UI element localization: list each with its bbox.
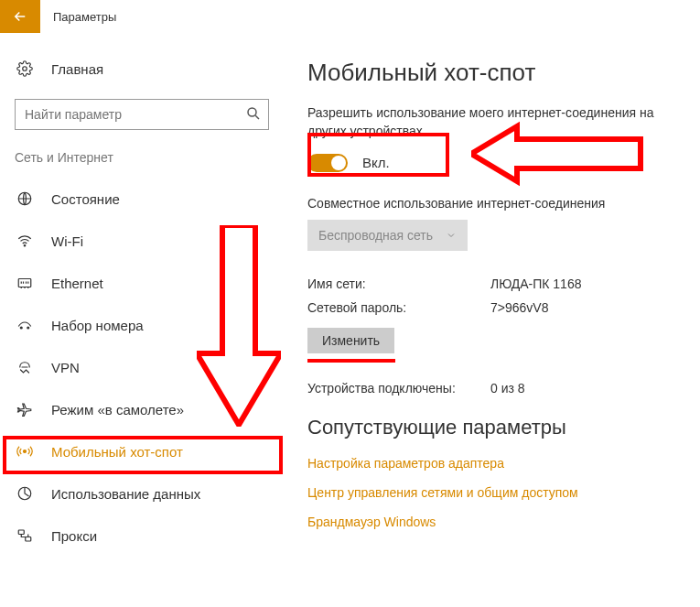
hotspot-toggle[interactable] [307,154,348,172]
proxy-icon [15,527,35,544]
data-usage-icon [15,485,35,502]
link-firewall[interactable]: Брандмауэр Windows [307,515,691,529]
dropdown-value: Беспроводная сеть [318,228,433,243]
link-network-center[interactable]: Центр управления сетями и общим доступом [307,485,691,500]
password-label: Сетевой пароль: [307,300,490,315]
svg-point-7 [24,450,27,453]
hotspot-desc: Разрешить использование моего интернет-с… [307,103,655,141]
search-icon [245,105,262,122]
sidebar-item-label: Режим «в самолете» [51,402,184,417]
sidebar-item-label: Использование данных [51,486,200,502]
toggle-knob [331,156,346,170]
svg-rect-4 [18,279,31,287]
annotation-underline [307,359,395,363]
svg-point-6 [27,327,29,329]
wifi-icon [15,233,35,249]
sidebar-item-airplane[interactable]: Режим «в самолете» [15,388,284,430]
password-value: 7>966vV8 [490,300,548,315]
sidebar-item-label: Ethernet [51,276,103,291]
devices-label: Устройства подключены: [307,381,490,396]
share-label: Совместное использование интернет-соедин… [307,196,691,211]
svg-rect-10 [26,537,31,542]
sidebar-item-vpn[interactable]: VPN [15,346,284,388]
svg-point-1 [248,108,256,116]
sidebar-item-label: Состояние [51,191,120,207]
edit-button[interactable]: Изменить [307,328,394,353]
ethernet-icon [15,275,35,291]
sidebar-home-label: Главная [51,61,103,77]
back-button[interactable] [0,0,40,33]
svg-point-3 [24,245,26,247]
airplane-icon [15,401,35,417]
link-adapter-settings[interactable]: Настройка параметров адаптера [307,456,691,471]
sidebar-item-dialup[interactable]: Набор номера [15,304,284,346]
svg-point-5 [20,327,22,329]
toggle-state-label: Вкл. [362,155,390,170]
svg-rect-9 [18,530,24,535]
related-title: Сопутствующие параметры [307,416,691,439]
sidebar-item-wifi[interactable]: Wi-Fi [15,220,284,262]
gear-icon [15,60,35,77]
category-label: Сеть и Интернет [15,150,284,165]
dialup-icon [15,317,35,333]
sidebar-item-label: Мобильный хот-спот [51,444,183,460]
sidebar-item-label: Wi-Fi [51,233,83,249]
window-title: Параметры [53,10,116,24]
sidebar-item-label: Набор номера [51,318,144,333]
chevron-down-icon [446,230,457,241]
arrow-left-icon [12,8,28,25]
sidebar-item-hotspot[interactable]: Мобильный хот-спот [15,430,284,472]
svg-point-0 [23,67,27,71]
vpn-icon [15,359,35,375]
sidebar-item-status[interactable]: Состояние [15,178,284,220]
network-name-value: ЛЮДА-ПК 1168 [490,276,581,291]
sidebar-item-proxy[interactable]: Прокси [15,515,284,557]
page-title: Мобильный хот-спот [307,59,691,87]
network-name-label: Имя сети: [307,276,490,291]
share-source-dropdown: Беспроводная сеть [307,220,468,251]
hotspot-icon [15,443,35,460]
devices-value: 0 из 8 [490,381,525,396]
sidebar-item-label: Прокси [51,528,97,544]
sidebar-item-datausage[interactable]: Использование данных [15,472,284,515]
sidebar-home[interactable]: Главная [15,51,284,86]
search-input[interactable] [15,99,269,130]
sidebar-item-label: VPN [51,360,80,375]
globe-icon [15,190,35,207]
sidebar-item-ethernet[interactable]: Ethernet [15,262,284,304]
